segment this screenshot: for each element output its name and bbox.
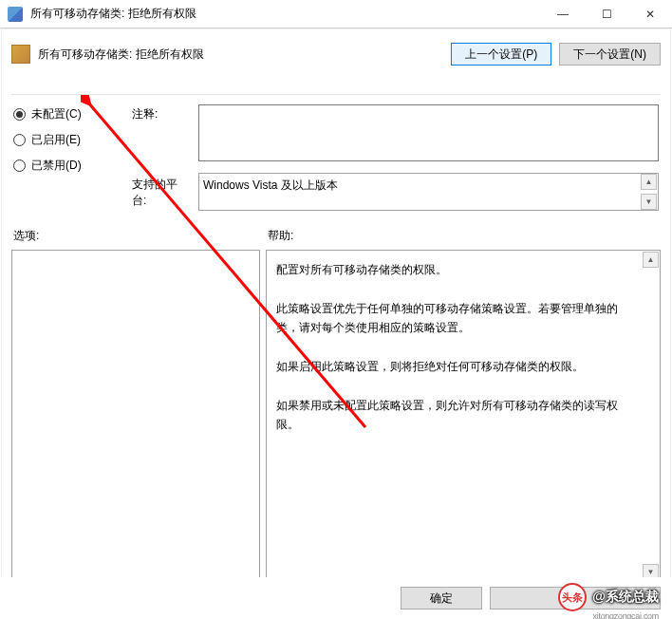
policy-title: 所有可移动存储类: 拒绝所有权限 bbox=[38, 47, 443, 63]
platform-box: Windows Vista 及以上版本 ▲ ▼ bbox=[198, 173, 659, 211]
divider bbox=[11, 94, 661, 95]
options-panel bbox=[11, 250, 260, 582]
help-text: 配置对所有可移动存储类的权限。 此策略设置优先于任何单独的可移动存储策略设置。若… bbox=[276, 260, 639, 435]
radio-label-disabled: 已禁用(D) bbox=[31, 158, 82, 174]
radio-icon bbox=[13, 134, 26, 146]
maximize-button[interactable]: ☐ bbox=[585, 0, 628, 28]
platform-label: 支持的平台: bbox=[132, 173, 191, 211]
options-label: 选项: bbox=[13, 228, 268, 244]
ok-label: 确定 bbox=[430, 591, 453, 607]
scroll-down-icon[interactable]: ▼ bbox=[641, 194, 657, 210]
comment-input[interactable] bbox=[198, 104, 659, 161]
ok-button[interactable]: 确定 bbox=[401, 587, 482, 610]
help-label: 帮助: bbox=[268, 228, 293, 244]
radio-icon bbox=[13, 159, 26, 172]
policy-icon bbox=[11, 45, 30, 64]
scroll-up-icon[interactable]: ▲ bbox=[641, 174, 657, 190]
watermark-icon: 头条 bbox=[558, 583, 587, 611]
scroll-up-icon[interactable]: ▲ bbox=[643, 252, 659, 268]
window-controls: — ☐ ✕ bbox=[541, 0, 672, 28]
radio-icon bbox=[13, 108, 26, 121]
comment-label: 注释: bbox=[132, 104, 191, 161]
watermark-url: xitongzongcai.com bbox=[593, 611, 659, 619]
radio-label-not-configured: 未配置(C) bbox=[31, 106, 82, 122]
window-title: 所有可移动存储类: 拒绝所有权限 bbox=[30, 6, 541, 22]
minimize-button[interactable]: — bbox=[541, 0, 585, 28]
next-setting-label: 下一个设置(N) bbox=[573, 47, 646, 63]
radio-enabled[interactable]: 已启用(E) bbox=[13, 132, 122, 148]
help-panel: 配置对所有可移动存储类的权限。 此策略设置优先于任何单独的可移动存储策略设置。若… bbox=[266, 250, 661, 582]
watermark: 头条 @系统总裁 bbox=[558, 583, 659, 611]
close-button[interactable]: ✕ bbox=[628, 0, 672, 28]
titlebar: 所有可移动存储类: 拒绝所有权限 — ☐ ✕ bbox=[0, 0, 672, 28]
radio-not-configured[interactable]: 未配置(C) bbox=[13, 106, 122, 122]
toolbar: 所有可移动存储类: 拒绝所有权限 上一个设置(P) 下一个设置(N) bbox=[2, 29, 670, 88]
next-setting-button[interactable]: 下一个设置(N) bbox=[559, 43, 661, 66]
platform-value: Windows Vista 及以上版本 bbox=[203, 178, 338, 192]
radio-label-enabled: 已启用(E) bbox=[31, 132, 81, 148]
radio-disabled[interactable]: 已禁用(D) bbox=[13, 158, 122, 174]
app-icon bbox=[8, 7, 23, 22]
previous-setting-label: 上一个设置(P) bbox=[465, 47, 537, 63]
watermark-author: @系统总裁 bbox=[592, 589, 659, 606]
radio-group: 未配置(C) 已启用(E) 已禁用(D) bbox=[13, 104, 122, 211]
previous-setting-button[interactable]: 上一个设置(P) bbox=[451, 43, 551, 66]
